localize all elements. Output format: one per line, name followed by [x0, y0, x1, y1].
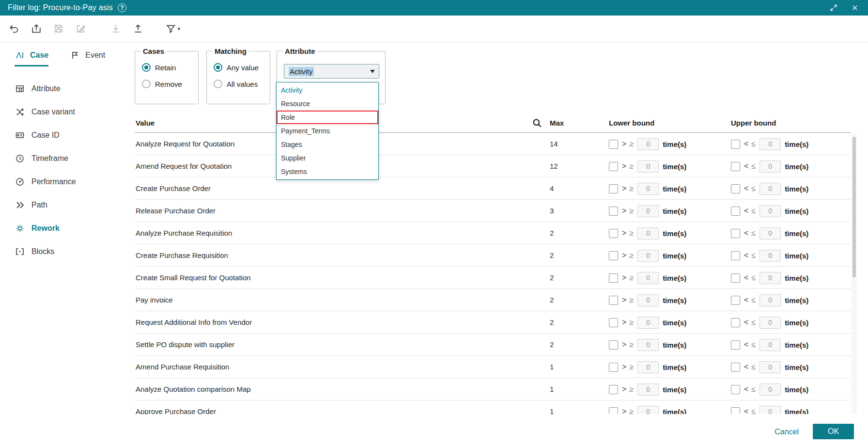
upper-bound-input[interactable] — [760, 339, 781, 351]
filter-icon[interactable]: ▾ — [166, 21, 180, 36]
upper-bound-checkbox[interactable] — [731, 318, 740, 327]
all-values-radio[interactable] — [214, 80, 222, 88]
ok-button[interactable]: OK — [813, 424, 854, 439]
lower-bound-checkbox[interactable] — [609, 162, 618, 171]
sidebar-item-blocks[interactable]: Blocks — [0, 240, 135, 263]
greater-than-operator[interactable]: > — [622, 229, 626, 238]
upper-bound-input[interactable] — [760, 272, 781, 284]
dropdown-option[interactable]: Stages — [277, 138, 378, 151]
greater-than-operator[interactable]: > — [622, 340, 626, 349]
less-than-operator[interactable]: < — [744, 385, 748, 394]
dropdown-option[interactable]: Supplier — [277, 151, 378, 165]
lower-bound-input[interactable] — [637, 160, 659, 173]
lower-bound-input[interactable] — [637, 250, 659, 262]
greater-than-operator[interactable]: > — [622, 273, 626, 282]
upper-bound-input[interactable] — [760, 384, 781, 396]
upper-bound-input[interactable] — [760, 227, 781, 240]
less-than-operator[interactable]: < — [744, 162, 748, 171]
less-equal-operator[interactable]: ≤ — [751, 385, 756, 394]
greater-equal-operator[interactable]: ≥ — [629, 207, 634, 215]
lower-bound-checkbox[interactable] — [609, 184, 618, 193]
greater-equal-operator[interactable]: ≥ — [629, 318, 634, 327]
upper-bound-checkbox[interactable] — [731, 251, 740, 260]
less-than-operator[interactable]: < — [744, 251, 748, 260]
upper-bound-input[interactable] — [760, 361, 781, 373]
less-equal-operator[interactable]: ≤ — [751, 251, 756, 260]
upper-bound-checkbox[interactable] — [731, 273, 740, 283]
upper-bound-input[interactable] — [760, 406, 781, 415]
greater-than-operator[interactable]: > — [622, 296, 626, 304]
help-icon[interactable]: ? — [118, 3, 126, 12]
less-equal-operator[interactable]: ≤ — [751, 296, 756, 304]
upper-bound-checkbox[interactable] — [731, 162, 740, 171]
greater-than-operator[interactable]: > — [622, 184, 626, 193]
greater-equal-operator[interactable]: ≥ — [629, 273, 634, 282]
search-icon[interactable] — [532, 118, 542, 128]
cancel-button[interactable]: Cancel — [775, 428, 799, 436]
less-equal-operator[interactable]: ≤ — [751, 340, 756, 349]
lower-bound-input[interactable] — [637, 138, 659, 150]
upper-bound-checkbox[interactable] — [731, 229, 740, 238]
less-equal-operator[interactable]: ≤ — [751, 207, 756, 215]
upper-bound-checkbox[interactable] — [731, 296, 740, 305]
upper-bound-checkbox[interactable] — [731, 407, 740, 415]
lower-bound-checkbox[interactable] — [609, 407, 618, 415]
upper-bound-input[interactable] — [760, 205, 781, 217]
dropdown-option[interactable]: Role — [277, 111, 378, 124]
open-icon[interactable] — [29, 21, 44, 36]
greater-than-operator[interactable]: > — [622, 207, 626, 215]
upper-bound-checkbox[interactable] — [731, 184, 740, 193]
lower-bound-checkbox[interactable] — [609, 318, 618, 327]
lower-bound-checkbox[interactable] — [609, 207, 618, 216]
lower-bound-checkbox[interactable] — [609, 296, 618, 305]
less-equal-operator[interactable]: ≤ — [751, 140, 756, 148]
lower-bound-input[interactable] — [637, 317, 659, 329]
upper-bound-checkbox[interactable] — [731, 207, 740, 216]
greater-equal-operator[interactable]: ≥ — [629, 407, 634, 414]
upper-bound-input[interactable] — [760, 250, 781, 262]
greater-than-operator[interactable]: > — [622, 318, 626, 327]
tab-event[interactable]: Event — [70, 50, 105, 66]
greater-equal-operator[interactable]: ≥ — [629, 363, 634, 371]
scrollbar[interactable] — [852, 133, 857, 414]
upper-bound-checkbox[interactable] — [731, 363, 740, 372]
filter-caret-icon[interactable]: ▾ — [177, 26, 180, 32]
sidebar-item-path[interactable]: Path — [0, 193, 135, 217]
scrollbar-thumb[interactable] — [852, 137, 856, 277]
less-equal-operator[interactable]: ≤ — [751, 162, 756, 171]
upload-icon[interactable] — [131, 21, 145, 36]
less-equal-operator[interactable]: ≤ — [751, 184, 756, 193]
less-than-operator[interactable]: < — [744, 296, 748, 304]
less-equal-operator[interactable]: ≤ — [751, 229, 756, 238]
lower-bound-input[interactable] — [637, 227, 659, 240]
less-equal-operator[interactable]: ≤ — [751, 273, 756, 282]
tab-case[interactable]: Case — [15, 50, 48, 66]
lower-bound-checkbox[interactable] — [609, 251, 618, 260]
lower-bound-input[interactable] — [637, 406, 659, 415]
upper-bound-checkbox[interactable] — [731, 385, 740, 394]
less-than-operator[interactable]: < — [744, 273, 748, 282]
lower-bound-checkbox[interactable] — [609, 273, 618, 283]
dropdown-option[interactable]: Payment_Terms — [277, 124, 378, 138]
greater-than-operator[interactable]: > — [622, 407, 626, 414]
dropdown-option[interactable]: Resource — [277, 97, 378, 111]
any-value-radio[interactable] — [214, 63, 222, 72]
sidebar-item-case-variant[interactable]: Case variant — [0, 100, 135, 124]
greater-equal-operator[interactable]: ≥ — [629, 229, 634, 238]
remove-radio[interactable] — [142, 80, 151, 88]
greater-than-operator[interactable]: > — [622, 251, 626, 260]
sidebar-item-timeframe[interactable]: Timeframe — [0, 147, 135, 170]
less-than-operator[interactable]: < — [744, 407, 748, 414]
sidebar-item-rework[interactable]: Rework — [0, 217, 135, 240]
greater-equal-operator[interactable]: ≥ — [629, 162, 634, 171]
less-than-operator[interactable]: < — [744, 207, 748, 215]
greater-than-operator[interactable]: > — [622, 385, 626, 394]
lower-bound-input[interactable] — [637, 183, 659, 195]
attribute-select[interactable]: Activity — [284, 64, 379, 79]
lower-bound-input[interactable] — [637, 205, 659, 217]
expand-icon[interactable] — [828, 2, 839, 13]
greater-equal-operator[interactable]: ≥ — [629, 140, 634, 148]
lower-bound-checkbox[interactable] — [609, 385, 618, 394]
upper-bound-input[interactable] — [760, 138, 781, 150]
undo-icon[interactable] — [7, 21, 21, 36]
